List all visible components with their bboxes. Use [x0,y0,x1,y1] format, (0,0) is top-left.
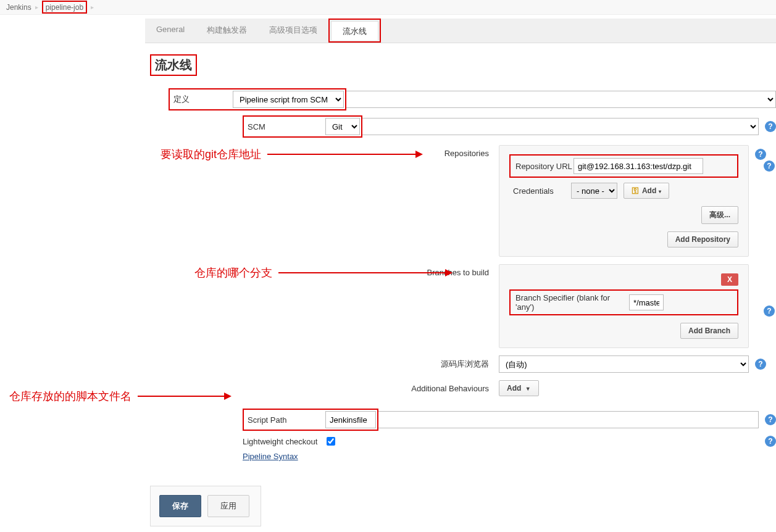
select-scm[interactable]: Git [325,118,360,135]
help-icon[interactable]: ? [765,436,776,447]
section-additional: Additional Behaviours Add ▼ [145,380,776,396]
section-repositories: Repositories Repository URL ? Credential… [145,145,776,257]
breadcrumb-root[interactable]: Jenkins [6,3,31,12]
help-icon[interactable]: ? [764,160,775,172]
breadcrumb: Jenkins ▸ pipeline-job ▸ [0,0,776,15]
caret-down-icon: ▼ [525,386,531,392]
row-pipeline-syntax: Pipeline Syntax [145,452,776,461]
annotation-repo-url: 要读取的git仓库地址 [161,147,422,162]
annotation-script: 仓库存放的的脚本文件名 [9,389,230,404]
label-credentials: Credentials [509,186,571,196]
label-branch-spec: Branch Specifier (blank for 'any') [512,293,629,312]
label-lightweight: Lightweight checkout [243,437,327,446]
row-script-path: Script Path ? [145,409,776,431]
btn-delete-branch[interactable]: X [721,273,738,286]
select-scm-ext[interactable] [362,118,759,135]
label-scm: SCM [245,122,325,131]
input-repo-url[interactable] [574,158,703,174]
row-lightweight: Lightweight checkout ? [145,436,776,447]
tab-general[interactable]: General [145,19,196,43]
help-icon[interactable]: ? [755,359,766,370]
section-browser: 源码库浏览器 (自动) ? [145,355,776,373]
input-branch-spec[interactable] [629,294,664,310]
input-script-path-ext[interactable] [378,411,759,428]
link-pipeline-syntax[interactable]: Pipeline Syntax [243,452,298,461]
tab-triggers[interactable]: 构建触发器 [196,19,258,43]
chevron-right-icon: ▸ [35,4,38,10]
select-browser[interactable]: (自动) [499,355,749,373]
help-icon[interactable]: ? [755,149,766,160]
label-repositories: Repositories [243,145,499,257]
btn-add-repository[interactable]: Add Repository [667,231,738,247]
chevron-right-icon: ▸ [91,4,94,10]
input-script-path[interactable] [325,411,376,428]
help-icon[interactable]: ? [765,414,776,425]
tab-pipeline[interactable]: 流水线 [331,21,378,40]
label-repo-url: Repository URL [512,162,574,171]
btn-apply[interactable]: 应用 [207,495,249,517]
select-definition-ext[interactable] [346,91,776,108]
btn-add-credentials[interactable]: ⚿ Add ▾ [624,183,669,199]
footer-actions: 保存 应用 [150,486,261,526]
label-browser: 源码库浏览器 [243,359,499,370]
btn-save[interactable]: 保存 [159,495,201,517]
btn-advanced[interactable]: 高级... [701,206,738,224]
select-credentials[interactable]: - none - [571,183,617,199]
btn-add-branch[interactable]: Add Branch [680,323,738,339]
label-script-path: Script Path [245,415,325,425]
checkbox-lightweight[interactable] [327,437,335,446]
btn-add-behaviour[interactable]: Add ▼ [499,380,539,396]
key-icon: ⚿ [632,186,639,195]
label-definition: 定义 [171,94,233,105]
help-icon[interactable]: ? [765,121,776,132]
select-definition[interactable]: Pipeline script from SCM [233,91,344,108]
breadcrumb-job[interactable]: pipeline-job [46,3,83,12]
label-additional: Additional Behaviours [243,384,499,393]
section-title-pipeline: 流水线 [150,54,197,76]
annotation-branch: 仓库的哪个分支 [194,265,451,280]
help-icon[interactable]: ? [764,305,775,317]
caret-down-icon: ▾ [659,189,661,194]
row-scm: SCM Git ? [145,115,776,138]
row-definition: 定义 Pipeline script from SCM [145,88,776,110]
tab-advanced[interactable]: 高级项目选项 [258,19,328,43]
tab-bar: General 构建触发器 高级项目选项 流水线 [145,19,776,43]
